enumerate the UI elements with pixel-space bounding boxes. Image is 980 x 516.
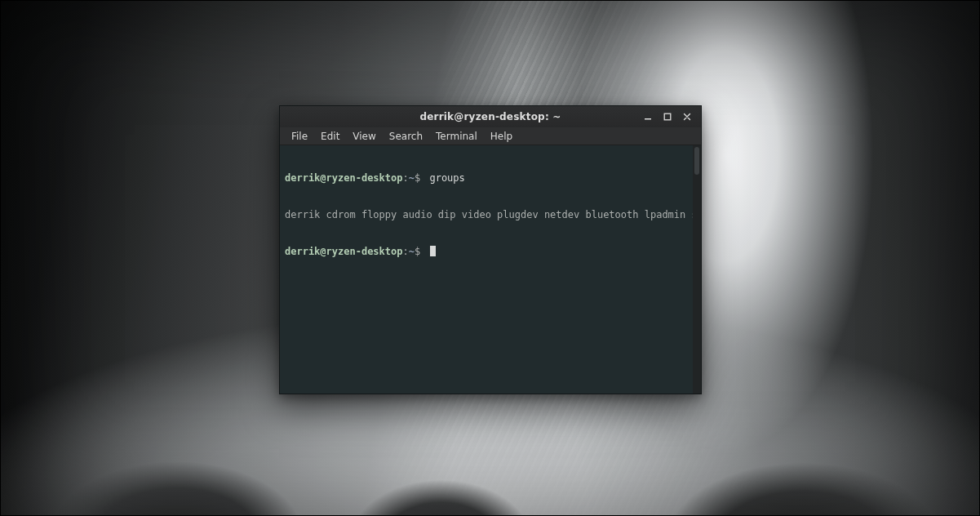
terminal-window: derrik@ryzen-desktop: ~ xyxy=(279,105,702,394)
menubar: File Edit View Search Terminal Help xyxy=(280,127,701,145)
cursor-icon xyxy=(430,246,436,256)
prompt-separator: : xyxy=(403,172,409,184)
window-title: derrik@ryzen-desktop: ~ xyxy=(280,111,701,122)
maximize-button[interactable] xyxy=(659,109,676,124)
menu-terminal[interactable]: Terminal xyxy=(429,127,484,145)
command-text: groups xyxy=(429,172,464,184)
menu-edit[interactable]: Edit xyxy=(314,127,346,145)
prompt-path: ~ xyxy=(409,246,415,257)
menu-view[interactable]: View xyxy=(346,127,382,145)
window-titlebar[interactable]: derrik@ryzen-desktop: ~ xyxy=(280,106,701,127)
terminal-line: derrik@ryzen-desktop:~$ xyxy=(285,246,696,258)
prompt-sigil: $ xyxy=(415,246,420,257)
svg-rect-1 xyxy=(664,113,671,120)
terminal-line: derrik@ryzen-desktop:~$ groups xyxy=(285,172,696,185)
prompt-separator: : xyxy=(403,246,409,257)
minimize-button[interactable] xyxy=(639,109,657,124)
prompt-userhost: derrik@ryzen-desktop xyxy=(285,246,403,257)
terminal-output: derrik cdrom floppy audio dip video plug… xyxy=(285,209,696,221)
prompt-userhost: derrik@ryzen-desktop xyxy=(285,172,403,184)
menu-search[interactable]: Search xyxy=(383,127,429,145)
close-icon xyxy=(683,113,691,121)
prompt-path: ~ xyxy=(409,172,415,184)
scrollbar-thumb[interactable] xyxy=(694,147,699,175)
prompt-sigil: $ xyxy=(415,172,420,184)
maximize-icon xyxy=(663,113,672,121)
window-controls xyxy=(639,106,701,127)
close-button[interactable] xyxy=(678,109,696,124)
terminal-viewport[interactable]: derrik@ryzen-desktop:~$ groups derrik cd… xyxy=(280,145,701,394)
minimize-icon xyxy=(644,113,652,121)
svg-rect-0 xyxy=(645,118,651,120)
menu-file[interactable]: File xyxy=(285,127,314,145)
menu-help[interactable]: Help xyxy=(484,127,519,145)
desktop-wallpaper: derrik@ryzen-desktop: ~ xyxy=(0,0,980,516)
scrollbar-track[interactable] xyxy=(693,145,701,394)
